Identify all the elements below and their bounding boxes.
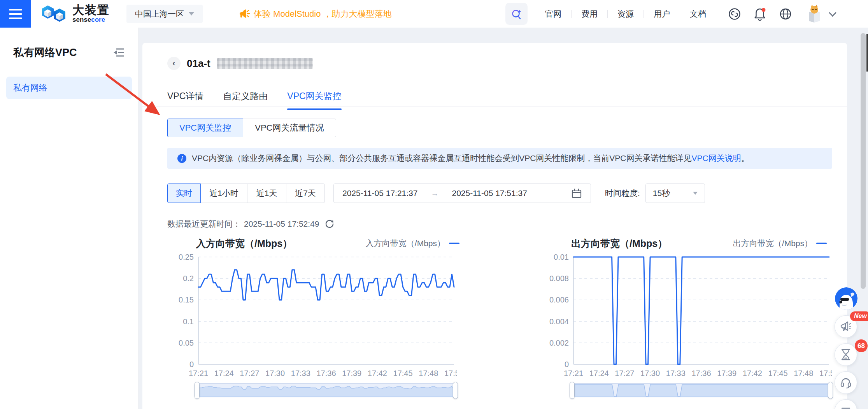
logo-subtitle: sensecore [72,16,110,23]
svg-text:17:33: 17:33 [666,369,686,378]
brush-handle-left[interactable] [195,382,200,399]
mascot-dog-icon [835,287,857,310]
last-update-label: 数据最近更新时间： [167,218,241,229]
subtab-gateway-monitor[interactable]: VPC网关监控 [167,119,243,137]
last-update-value: 2025-11-05 17:52:49 [244,219,319,229]
svg-text:0.15: 0.15 [179,295,194,304]
main-card: ‹ 01a-t VPC详情 自定义路由 VPC网关监控 VPC网关监控 VPC网… [142,43,847,409]
nav-item-users[interactable]: 用户 [644,9,680,19]
pending-tasks-fab[interactable] [835,343,857,366]
back-button[interactable]: ‹ [167,57,181,70]
svg-text:17:36: 17:36 [316,369,336,378]
svg-text:17:21: 17:21 [564,369,583,378]
svg-text:17:36: 17:36 [691,369,711,378]
time-filter-1h[interactable]: 近1小时 [200,184,247,203]
datazoom-track[interactable] [198,383,454,397]
hourglass-icon [840,348,852,361]
bandwidth-out-datazoom[interactable] [570,381,833,399]
sensecore-logo-icon [40,3,68,24]
svg-text:17:39: 17:39 [717,369,736,378]
datazoom-track[interactable] [573,383,829,397]
calendar-icon [571,188,582,199]
time-filter-1d[interactable]: 近1天 [247,184,286,203]
date-end: 2025-11-05 17:51:37 [452,189,527,198]
brush-handle-left[interactable] [570,382,575,399]
granularity-label: 时间粒度: [605,188,640,199]
legend-bandwidth-in[interactable]: 入方向带宽（/Mbps） [366,238,459,249]
svg-text:17:48: 17:48 [419,369,438,378]
support-fab[interactable] [835,371,857,394]
sidebar-item-private-network[interactable]: 私有网络 [6,77,132,99]
svg-text:17:48: 17:48 [794,369,813,378]
bandwidth-in-datazoom[interactable] [195,381,458,399]
notification-dot [762,8,766,12]
caret-down-icon [189,12,194,16]
info-icon: i [177,154,186,163]
announcement-text: 体验 ModelStudio ，助力大模型落地 [254,8,392,20]
subtab-gateway-traffic[interactable]: VPC网关流量情况 [243,119,336,137]
date-range-picker[interactable]: 2025-11-05 17:21:37 → 2025-11-05 17:51:3… [333,184,591,203]
svg-text:17:42: 17:42 [743,369,762,378]
bandwidth-out-chart[interactable]: 00.0020.0040.0060.0080.0117:2117:2417:27… [542,252,832,380]
redacted-title-mask [217,58,313,69]
header-nav: 官网 费用 资源 用户 文档 [535,9,716,19]
time-filter-7d[interactable]: 近7天 [286,184,325,203]
back-to-top-icon [840,406,852,409]
range-arrow: → [431,189,438,198]
announcement-banner[interactable]: 体验 ModelStudio ，助力大模型落地 [238,0,392,28]
vertical-scrollbar[interactable] [861,33,866,289]
nav-item-official[interactable]: 官网 [535,9,571,19]
language-button[interactable] [779,7,793,21]
date-start: 2025-11-05 17:21:37 [342,189,417,198]
page-title: 01a-t [187,58,210,70]
window-edge-scrollbar [866,34,868,72]
svg-text:17:24: 17:24 [214,369,234,378]
granularity-select[interactable]: 15秒 [645,184,705,203]
chart-title-in: 入方向带宽（/Mbps） [196,237,292,250]
svg-text:0.1: 0.1 [183,317,194,326]
svg-text:17:27: 17:27 [240,369,259,378]
svg-text:0.01: 0.01 [554,253,569,261]
time-filter-realtime[interactable]: 实时 [167,184,201,203]
bandwidth-in-chart[interactable]: 00.050.10.150.20.2517:2117:2417:2717:301… [167,252,457,380]
refresh-button[interactable] [324,219,335,229]
monitor-subtabs: VPC网关监控 VPC网关流量情况 [167,119,336,137]
refresh-icon [324,219,335,229]
menu-button[interactable] [0,0,31,28]
header-actions: 官网 费用 资源 用户 文档 [505,0,835,28]
search-button[interactable] [505,3,528,25]
bandwidth-out-chart-block: 出方向带宽（/Mbps） 出方向带宽（/Mbps） 00.0020.0040.0… [542,235,832,399]
megaphone-icon [238,8,250,20]
svg-text:0.004: 0.004 [549,317,569,326]
notice-text: VPC内资源（除业务网裸金属）与公网、部分公共服务互通或容器裸金属互通时性能会受… [192,153,749,164]
region-selector[interactable]: 中国上海一区 [126,5,203,23]
svg-text:17:45: 17:45 [768,369,788,378]
nav-separator [716,10,716,18]
megaphone-outline-icon [840,320,852,333]
account-menu[interactable] [803,3,835,25]
region-label: 中国上海一区 [135,9,184,19]
legend-bandwidth-out[interactable]: 出方向带宽（/Mbps） [733,238,827,249]
brush-handle-right[interactable] [453,382,458,399]
nav-item-resources[interactable]: 资源 [608,9,644,19]
svg-text:0.006: 0.006 [549,295,569,304]
svg-text:17:21: 17:21 [189,369,208,378]
assistant-mascot-button[interactable] [835,287,857,310]
nav-item-billing[interactable]: 费用 [572,9,607,19]
collapse-sidebar-icon[interactable] [113,47,125,58]
globe-icon [779,7,793,21]
brand-logo[interactable]: 大装置 sensecore [40,3,110,24]
svg-text:0.05: 0.05 [179,339,194,347]
new-badge: New [850,311,868,321]
notice-link[interactable]: VPC网关说明 [692,154,741,163]
svg-text:0.002: 0.002 [549,339,569,347]
bandwidth-in-chart-block: 入方向带宽（/Mbps） 入方向带宽（/Mbps） 00.050.10.150.… [167,235,465,399]
top-header: 大装置 sensecore 中国上海一区 体验 ModelStudio ，助力大… [0,0,868,28]
svg-text:0.25: 0.25 [179,253,194,261]
nav-item-docs[interactable]: 文档 [680,9,716,19]
search-icon [510,8,523,20]
brush-handle-right[interactable] [828,382,833,399]
sidebar-title: 私有网络VPC [13,45,77,59]
notifications-button[interactable] [753,7,767,21]
work-order-button[interactable] [728,7,741,21]
